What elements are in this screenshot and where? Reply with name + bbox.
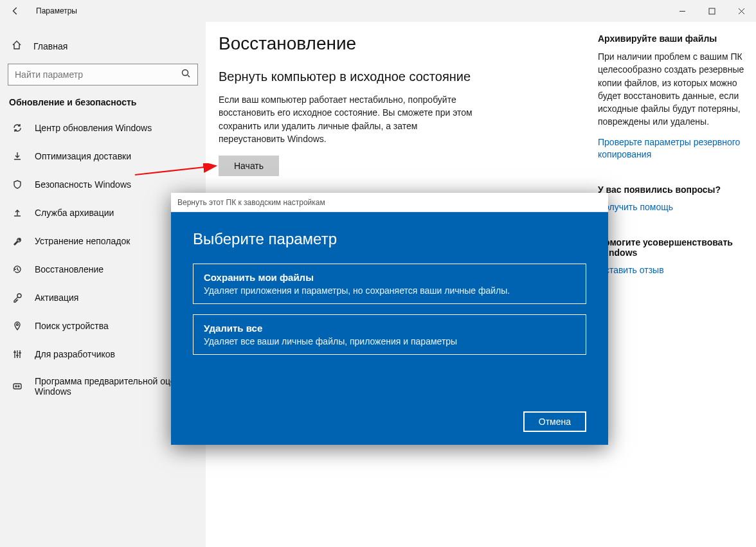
settings-window: Параметры Главная Обновление и безопасно… [0,0,756,547]
cancel-button[interactable]: Отмена [523,411,586,432]
section-description: Если ваш компьютер работает нестабильно,… [219,93,476,145]
page-title: Восстановление [219,33,579,54]
minimize-button[interactable] [667,0,697,22]
sidebar-search [8,64,198,85]
link-backup-settings[interactable]: Проверьте параметры резервного копирован… [598,136,752,161]
dialog-footer: Отмена [523,411,586,432]
right-heading-questions: У вас появились вопросы? [598,184,752,195]
wrench-icon [12,235,23,247]
sidebar-item-label: Безопасность Windows [35,179,131,190]
reset-dialog: Вернуть этот ПК к заводским настройкам В… [171,193,608,445]
sidebar-item-label: Восстановление [35,264,104,274]
back-button[interactable] [0,0,31,22]
svg-point-7 [15,386,17,387]
location-icon [12,320,23,332]
dialog-heading: Выберите параметр [193,230,586,248]
link-get-help[interactable]: Получить помощь [598,201,752,214]
sidebar-section-title: Обновление и безопасность [0,94,206,114]
sync-icon [12,122,23,134]
search-input[interactable] [15,69,181,80]
window-title: Параметры [31,6,77,15]
svg-point-2 [183,70,188,76]
maximize-button[interactable] [697,0,726,22]
sidebar-home[interactable]: Главная [0,33,206,58]
search-box[interactable] [8,64,198,85]
right-text-backup: При наличии проблем с вашим ПК целесообр… [598,50,752,129]
home-icon [12,40,22,52]
right-heading-feedback: Помогите усовершенствовать Windows [598,237,752,258]
download-icon [12,150,23,162]
option-keep-files[interactable]: Сохранить мои файлы Удаляет приложения и… [193,264,586,304]
sidebar-item-label: Служба архивации [35,208,114,218]
svg-point-8 [18,386,19,387]
window-controls [667,0,756,22]
insider-icon [12,381,23,392]
option-description: Удаляет все ваши личные файлы, приложени… [204,336,575,346]
key-icon [12,292,23,303]
right-column: Архивируйте ваши файлы При наличии пробл… [598,33,752,547]
sidebar-item-label: Для разработчиков [35,349,115,359]
svg-rect-1 [709,8,715,14]
svg-rect-6 [14,384,21,389]
sidebar-item-delivery-optimization[interactable]: Оптимизация доставки [0,142,206,170]
link-feedback[interactable]: Оставить отзыв [598,264,752,277]
shield-icon [12,179,23,190]
sidebar-item-label: Центр обновления Windows [35,123,152,133]
sidebar-item-label: Активация [35,292,78,303]
sidebar-item-windows-update[interactable]: Центр обновления Windows [0,114,206,142]
sliders-icon [12,348,23,360]
dialog-body: Выберите параметр Сохранить мои файлы Уд… [171,212,608,445]
option-title: Удалить все [204,323,575,334]
option-title: Сохранить мои файлы [204,272,575,283]
sidebar-item-label: Устранение неполадок [35,236,130,246]
option-description: Удаляет приложения и параметры, но сохра… [204,285,575,296]
start-button[interactable]: Начать [219,156,279,176]
search-icon [181,68,191,81]
svg-line-3 [188,75,190,77]
upload-icon [12,207,23,219]
sidebar-home-label: Главная [33,41,68,51]
dialog-titlebar: Вернуть этот ПК к заводским настройкам [171,193,608,212]
titlebar: Параметры [0,0,756,22]
history-icon [12,264,23,275]
svg-point-5 [17,324,19,326]
sidebar-item-label: Оптимизация доставки [35,151,131,161]
close-button[interactable] [726,0,756,22]
section-title: Вернуть компьютер в исходное состояние [219,69,579,84]
sidebar-item-label: Поиск устройства [35,321,109,331]
right-heading-backup: Архивируйте ваши файлы [598,33,752,44]
option-remove-everything[interactable]: Удалить все Удаляет все ваши личные файл… [193,314,586,355]
sidebar-item-label: Программа предварительной оценки Windows [35,376,194,397]
